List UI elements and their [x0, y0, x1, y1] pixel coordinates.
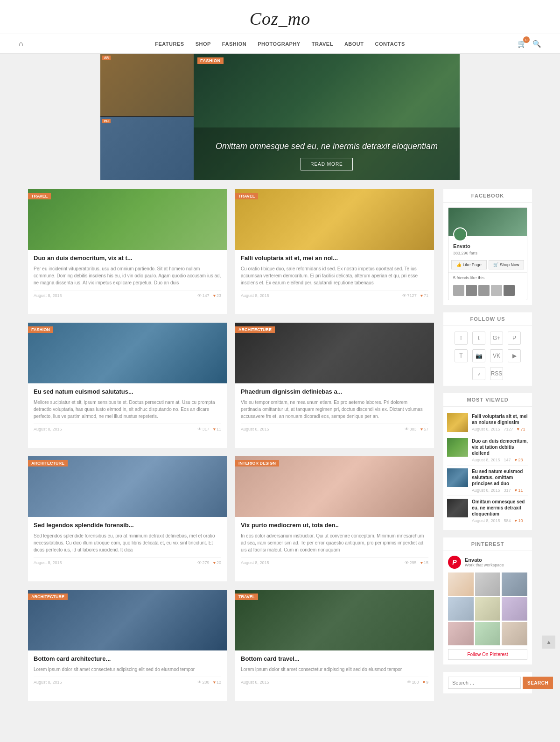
nav-photography[interactable]: PHOTOGRAPHY — [258, 41, 300, 47]
card-likes-3: ♥57 — [420, 427, 428, 431]
mv-thumb-2[interactable] — [447, 468, 468, 487]
card-title-2[interactable]: Eu sed natum euismod salutatus... — [34, 388, 221, 396]
card-image-6[interactable]: ARCHITECTURE — [28, 590, 227, 650]
nav-features[interactable]: FEATURES — [155, 41, 184, 47]
card-title-5[interactable]: Vix purto mediocrem ut, tota den.. — [241, 522, 428, 530]
pinterest-header: P Envato Work that workspace — [448, 556, 527, 569]
card-title-1[interactable]: Falli voluptaria sit et, mei an nol... — [241, 254, 428, 262]
nav-travel[interactable]: TRAVEL — [312, 41, 333, 47]
twitter-icon[interactable]: t — [472, 332, 485, 345]
fb-shop-button[interactable]: 🛒 Shop Now — [489, 260, 524, 269]
card-likes-0: ♥23 — [213, 293, 221, 298]
pin-3[interactable] — [502, 572, 527, 596]
hero-thumb-1[interactable]: AR — [100, 54, 194, 116]
instagram-icon[interactable]: 📷 — [472, 349, 485, 362]
youtube-icon[interactable]: ▶ — [508, 349, 521, 362]
hero-tag: FASHION — [197, 57, 224, 64]
card-views-4: 👁279 — [197, 560, 210, 565]
mv-thumb-0[interactable] — [447, 413, 468, 432]
soundcloud-icon[interactable]: ♪ — [472, 367, 485, 380]
pin-9[interactable] — [502, 622, 527, 645]
card-likes-2: ♥11 — [213, 427, 221, 431]
nav-contacts[interactable]: CONTACTS — [375, 41, 405, 47]
tumblr-icon[interactable]: T — [455, 349, 468, 362]
nav-about[interactable]: ABOUT — [344, 41, 364, 47]
pin-6[interactable] — [502, 597, 527, 621]
mv-thumb-3[interactable] — [447, 499, 468, 517]
nav-fashion[interactable]: FASHION — [222, 41, 246, 47]
card-title-0[interactable]: Duo an duis democritum, vix at t... — [34, 254, 221, 262]
card-image-4[interactable]: ARCHITECTURE — [28, 456, 227, 517]
hero-overlay: Omittam omnesque sed eu, ne inermis detr… — [194, 127, 460, 180]
cart-icon[interactable]: 🛒0 — [518, 39, 527, 48]
pin-1[interactable] — [448, 572, 474, 596]
card-body-6: Bottom card architecture... Lorem ipsum … — [28, 650, 227, 688]
googleplus-icon[interactable]: G+ — [490, 332, 503, 345]
mv-views-3: 584 — [504, 518, 511, 523]
mv-item-0: Falli voluptaria sit et, mei an nolusse … — [447, 410, 528, 435]
mv-title-2[interactable]: Eu sed natum euismod salutatus, omittam … — [472, 468, 528, 487]
card-title-7[interactable]: Bottom card travel... — [241, 655, 428, 663]
pin-7[interactable] — [448, 622, 474, 645]
pin-8[interactable] — [475, 622, 501, 645]
thumb-tag-ar: AR — [102, 56, 111, 60]
pinterest-page-name: Envato — [465, 557, 504, 563]
card-image-5[interactable]: INTERIOR DESIGN — [235, 456, 434, 517]
mv-item-2: Eu sed natum euismod salutatus, omittam … — [447, 466, 528, 496]
mv-info-3: Omittam omnesque sed eu, ne inermis detr… — [472, 499, 528, 523]
card-title-4[interactable]: Sed legendos splendide forensib... — [34, 522, 221, 530]
fb-avatar-3 — [478, 285, 490, 296]
cart-badge: 0 — [523, 36, 530, 43]
rss-icon[interactable]: RSS — [490, 367, 503, 380]
hero-thumb-2[interactable]: PH — [100, 117, 194, 180]
scroll-to-top-button[interactable]: ▲ — [542, 636, 555, 649]
mv-title-0[interactable]: Falli voluptaria sit et, mei an nolusse … — [472, 413, 528, 425]
mv-info-1: Duo an duis democritum, vix at tation de… — [472, 438, 528, 462]
card-footer-0: August 8, 2015 👁147 ♥23 — [34, 290, 221, 298]
pin-2[interactable] — [475, 572, 501, 596]
card-body-7: Bottom card travel... Lorem ipsum dolor … — [235, 650, 434, 688]
card-date-5: August 8, 2015 — [241, 560, 269, 565]
pin-4[interactable] — [448, 597, 474, 621]
card-image-1[interactable]: TRAVEL — [235, 189, 434, 250]
hero-background: FASHION Omittam omnesque sed eu, ne iner… — [194, 54, 460, 180]
pinterest-icon[interactable]: P — [508, 332, 521, 345]
mv-title-3[interactable]: Omittam omnesque sed eu, ne inermis detr… — [472, 499, 528, 517]
card-image-0[interactable]: TRAVEL — [28, 189, 227, 250]
mv-title-1[interactable]: Duo an duis democritum, vix at tation de… — [472, 438, 528, 456]
fb-logo — [453, 227, 467, 241]
mv-likes-2: ♥ 11 — [515, 488, 523, 493]
card-tag-1: TRAVEL — [235, 193, 258, 199]
facebook-icon[interactable]: f — [455, 332, 468, 345]
card-image-7[interactable]: TRAVEL — [235, 590, 434, 650]
thumb-tag-ph: PH — [102, 119, 111, 123]
pin-5[interactable] — [475, 597, 501, 621]
mv-date-1: August 8, 2015 — [472, 458, 500, 462]
social-icons: f t G+ P T 📷 VK ▶ ♪ RSS — [443, 326, 532, 386]
site-header: Coz_mo — [0, 0, 560, 34]
card-image-2[interactable]: FASHION — [28, 323, 227, 383]
home-icon[interactable]: ⌂ — [19, 40, 23, 48]
card-image-3[interactable]: ARCHITECTURE — [235, 323, 434, 383]
hero-read-more-button[interactable]: READ MORE — [301, 158, 353, 170]
vk-icon[interactable]: VK — [490, 349, 503, 362]
card-date-7: August 8, 2015 — [241, 680, 269, 685]
search-icon[interactable]: 🔍 — [532, 40, 541, 48]
mv-thumb-1[interactable] — [447, 438, 468, 457]
site-logo: Coz_mo — [0, 8, 560, 29]
fb-like-button[interactable]: 👍 Like Page — [451, 260, 487, 269]
card-stats-0: 👁147 ♥23 — [197, 293, 221, 298]
search-input[interactable] — [448, 677, 521, 689]
pinterest-page-desc: Work that workspace — [465, 563, 504, 567]
card-title-3[interactable]: Phaedrum dignissim definiebas a... — [241, 388, 428, 396]
pinterest-follow-button[interactable]: Follow On Pinterest — [448, 649, 527, 660]
search-button[interactable]: SEARCH — [523, 677, 553, 689]
follow-us-widget: FOLLOW US f t G+ P T 📷 VK ▶ ♪ RSS — [443, 312, 532, 386]
card-title-6[interactable]: Bottom card architecture... — [34, 655, 221, 663]
card-tag-5: INTERIOR DESIGN — [235, 460, 279, 466]
facebook-widget: FACEBOOK Envato 383,296 fans 👍 Like Page… — [443, 189, 532, 305]
nav-shop[interactable]: SHOP — [196, 41, 211, 47]
card-tag-7: TRAVEL — [235, 594, 258, 600]
card-views-0: 👁147 — [197, 293, 210, 298]
mv-meta-3: August 8, 2015 584 ♥ 10 — [472, 518, 528, 523]
